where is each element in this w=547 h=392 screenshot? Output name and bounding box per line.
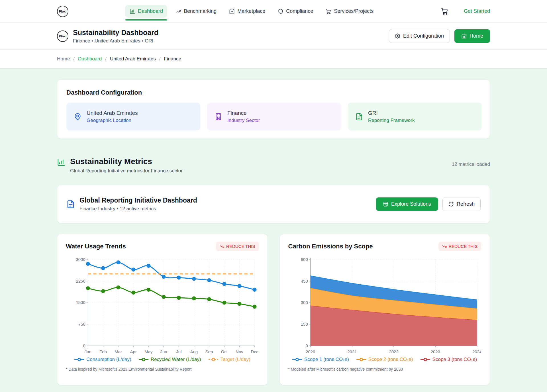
water-usage-trends-chart: 0750150022503000JanFebMarAprMayJunJulAug… [66,254,259,355]
bar-chart-icon [130,9,135,14]
top-nav: Ploxi DashboardBenchmarkingMarketplaceCo… [0,0,547,23]
refresh-label: Refresh [457,201,475,207]
legend-item-consumption-l-day[interactable]: Consumption (L/day) [74,357,131,362]
bar-chart-icon [57,158,66,167]
breadcrumb-united-arab-emirates[interactable]: United Arab Emirates [110,56,156,62]
file-text-icon [66,200,75,209]
legend-label: Consumption (L/day) [86,357,131,362]
store-icon [383,201,388,207]
carbon-emissions-by-scope-card: Carbon Emissions by ScopeREDUCE THIS0150… [279,234,490,385]
svg-text:750: 750 [78,322,85,326]
header-logo: Ploxi [57,30,68,42]
cart-button[interactable] [441,8,448,15]
page-title: Sustainability Dashboard [73,28,158,37]
nav-item-compliance[interactable]: Compliance [274,5,317,18]
legend-item-target-l-day[interactable]: Target (L/day) [209,357,250,362]
svg-text:300: 300 [301,300,308,305]
svg-text:Sep: Sep [205,349,213,354]
water-usage-trends-footnote: * Data inspired by Microsoft's 2023 Envi… [66,367,259,371]
svg-text:450: 450 [301,279,308,283]
nav-item-services-projects[interactable]: Services/Projects [321,5,378,18]
brand-logo[interactable]: Ploxi [57,6,68,17]
config-card-title: Finance [227,110,260,116]
cart-icon [326,9,331,14]
nav-item-label: Marketplace [237,8,265,14]
svg-text:Oct: Oct [221,349,228,354]
svg-text:Feb: Feb [99,349,107,354]
edit-configuration-label: Edit Configuration [403,33,444,39]
breadcrumb-home[interactable]: Home [57,56,70,62]
nav-item-label: Compliance [286,8,313,14]
svg-text:2022: 2022 [389,349,398,354]
map-pin-icon [74,113,81,121]
explore-solutions-button[interactable]: Explore Solutions [376,197,438,211]
brand-logo-text: Ploxi [59,10,66,13]
metrics-title: Sustainability Metrics [70,157,183,166]
get-started-link[interactable]: Get Started [464,8,490,14]
legend-marker-icon [209,358,218,362]
water-usage-trends-legend: Consumption (L/day)Recycled Water (L/day… [66,357,259,362]
reduce-this-badge[interactable]: REDUCE THIS [216,242,259,251]
breadcrumb-finance: Finance [164,56,181,62]
page-subtitle: Finance • United Arab Emirates • GRI [73,38,158,44]
breadcrumb-dashboard[interactable]: Dashboard [78,56,102,62]
nav-item-dashboard[interactable]: Dashboard [125,5,167,18]
nav-item-marketplace[interactable]: Marketplace [225,5,270,18]
home-button-label: Home [470,33,483,39]
svg-text:600: 600 [301,257,308,262]
metrics-chart-icon [57,158,66,174]
trending-down-icon [442,244,447,249]
refresh-button[interactable]: Refresh [442,197,481,211]
svg-text:Apr: Apr [130,349,137,354]
legend-label: Scope 1 (tons CO₂e) [304,357,349,362]
breadcrumb: Home/Dashboard/United Arab Emirates/Fina… [0,50,547,69]
chart-title: Carbon Emissions by Scope [288,243,373,250]
svg-text:0: 0 [83,343,85,348]
carbon-emissions-by-scope-plot: 015030045060020202021202220232024 [288,254,481,354]
page-header-left: Ploxi Sustainability Dashboard Finance •… [57,28,158,44]
legend-marker-icon [139,358,148,362]
shield-icon [278,9,283,14]
explore-solutions-label: Explore Solutions [391,201,431,207]
legend-item-scope-3-tons-co-e[interactable]: Scope 3 (tons CO₂e) [421,357,477,362]
config-card-geographic-location: United Arab EmiratesGeographic Location [66,103,200,130]
legend-label: Scope 2 (tons CO₂e) [368,357,413,362]
svg-text:3000: 3000 [76,257,85,262]
nav-item-benchmarking[interactable]: Benchmarking [171,5,221,18]
config-card-industry-sector: FinanceIndustry Sector [207,103,341,130]
svg-text:2020: 2020 [306,349,315,354]
trending-down-icon [220,244,224,249]
legend-item-scope-2-tons-co-e[interactable]: Scope 2 (tons CO₂e) [356,357,413,362]
svg-text:Nov: Nov [236,349,243,354]
carbon-emissions-by-scope-footnote: * Modeled after Microsoft's carbon negat… [288,367,481,371]
svg-text:2021: 2021 [347,349,357,354]
building-icon [215,113,222,121]
legend-marker-icon [292,358,302,362]
refresh-icon [448,201,454,207]
carbon-emissions-by-scope-legend: Scope 1 (tons CO₂e)Scope 2 (tons CO₂e)Sc… [288,357,481,362]
chart-title: Water Usage Trends [66,243,126,250]
reduce-this-badge[interactable]: REDUCE THIS [438,242,481,251]
main-content: Dashboard Configuration United Arab Emir… [0,69,547,385]
home-button[interactable]: Home [454,29,490,43]
svg-text:Mar: Mar [115,349,122,354]
trending-up-icon [175,9,181,14]
svg-text:May: May [144,349,153,354]
svg-text:2023: 2023 [430,349,440,354]
home-icon [461,33,467,39]
edit-configuration-button[interactable]: Edit Configuration [389,29,450,43]
legend-item-recycled-water-l-day[interactable]: Recycled Water (L/day) [139,357,201,362]
breadcrumb-separator: / [159,56,161,62]
svg-text:Dec: Dec [251,349,258,354]
metrics-subtitle: Global Reporting Initiative metrics for … [70,168,183,174]
charts-grid: Water Usage TrendsREDUCE THIS07501500225… [57,234,490,385]
svg-text:Aug: Aug [190,349,198,354]
page-header: Ploxi Sustainability Dashboard Finance •… [0,23,547,50]
legend-label: Scope 3 (tons CO₂e) [432,357,477,362]
config-card-title: GRI [368,110,415,116]
svg-text:Jul: Jul [176,349,181,354]
svg-text:Jan: Jan [85,349,91,354]
legend-marker-icon [74,358,84,362]
legend-label: Recycled Water (L/day) [151,357,201,362]
legend-item-scope-1-tons-co-e[interactable]: Scope 1 (tons CO₂e) [292,357,349,362]
